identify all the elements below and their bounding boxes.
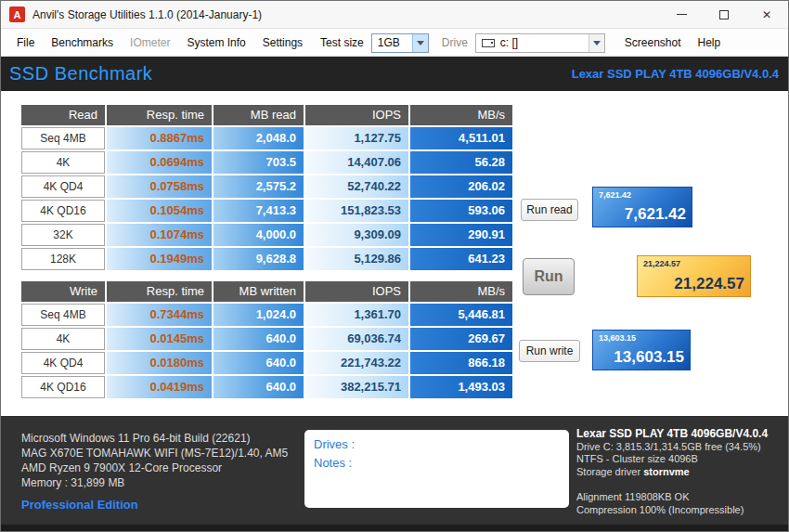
resp-time-cell: 0.0694ms xyxy=(107,151,212,174)
chevron-down-icon xyxy=(417,41,424,45)
row-label: Seq 4MB xyxy=(21,304,105,326)
write-header-mb: MB written xyxy=(213,281,304,302)
page-title: SSD Benchmark xyxy=(9,63,152,84)
write-header-row: Write Resp. time MB written IOPS MB/s xyxy=(21,281,512,302)
resp-time-cell: 0.1074ms xyxy=(107,224,212,246)
run-write-button[interactable]: Run write xyxy=(519,340,580,362)
table-row: 4K QD16 0.1054ms 7,413.3 151,823.53 593.… xyxy=(21,200,512,222)
test-size-value: 1GB xyxy=(372,36,412,49)
mb-written-cell: 640.0 xyxy=(213,376,304,398)
read-table: Read Resp. time MB read IOPS MB/s Seq 4M… xyxy=(21,105,512,272)
maximize-button[interactable] xyxy=(703,1,745,28)
drive-dropdown-button[interactable] xyxy=(589,34,604,52)
menu-benchmarks[interactable]: Benchmarks xyxy=(43,32,122,54)
window-title: Anvil's Storage Utilities 1.1.0 (2014-Ja… xyxy=(32,8,262,21)
read-header-mb: MB read xyxy=(213,105,304,125)
row-label: 32K xyxy=(21,224,105,246)
resp-time-cell: 0.0419ms xyxy=(107,376,212,398)
iops-cell: 69,036.74 xyxy=(305,328,408,350)
read-header-label: Read xyxy=(21,105,105,125)
write-header-mbs: MB/s xyxy=(410,281,512,302)
storage-driver-line: Storage driver stornvme xyxy=(576,466,768,479)
write-header-iops: IOPS xyxy=(305,281,408,302)
write-table: Write Resp. time MB written IOPS MB/s Se… xyxy=(21,281,512,400)
resp-time-cell: 0.0145ms xyxy=(107,328,212,350)
mb-read-cell: 2,575.2 xyxy=(213,175,304,198)
maximize-icon xyxy=(719,10,729,19)
mb-read-cell: 2,048.0 xyxy=(213,127,304,149)
menu-help[interactable]: Help xyxy=(690,32,730,54)
row-label: 4K QD4 xyxy=(21,352,105,374)
chevron-down-icon xyxy=(593,41,601,45)
resp-time-cell: 0.0180ms xyxy=(107,352,212,374)
test-size-dropdown-button[interactable] xyxy=(412,34,428,52)
menu-file[interactable]: File xyxy=(8,32,43,54)
mbs-cell: 866.18 xyxy=(410,352,512,374)
drive-icon xyxy=(482,39,495,47)
resp-time-cell: 0.8867ms xyxy=(107,127,212,149)
row-label: 4K xyxy=(21,328,105,350)
iops-cell: 382,215.71 xyxy=(305,376,408,398)
iops-cell: 221,743.22 xyxy=(305,352,408,374)
read-score-value: 7,621.42 xyxy=(599,205,686,224)
total-score-small: 21,224.57 xyxy=(643,259,744,268)
iops-cell: 9,309.09 xyxy=(305,224,408,246)
minimize-button[interactable] xyxy=(660,1,703,28)
drive-capacity-info: Drive C: 3,815.3/1,314.5GB free (34.5%) xyxy=(576,441,768,454)
resp-time-cell: 0.0758ms xyxy=(107,175,212,198)
motherboard-info: MAG X670E TOMAHAWK WIFI (MS-7E12)/1.40, … xyxy=(21,446,288,461)
drives-notes-box[interactable]: Drives : Notes : xyxy=(304,430,569,508)
mb-written-cell: 640.0 xyxy=(213,328,304,350)
mb-read-cell: 9,628.8 xyxy=(213,248,304,270)
app-icon: A xyxy=(9,6,25,22)
table-row: 4K 0.0694ms 703.5 14,407.06 56.28 xyxy=(21,151,512,174)
test-size-label: Test size xyxy=(311,32,368,54)
footer-bottom-strip xyxy=(1,525,788,532)
title-bar: A Anvil's Storage Utilities 1.1.0 (2014-… xyxy=(1,1,788,29)
drive-value: c: [] xyxy=(495,36,589,49)
header-band: SSD Benchmark Lexar SSD PLAY 4TB 4096GB/… xyxy=(1,57,788,91)
table-row: 4K QD4 0.0758ms 2,575.2 52,740.22 206.02 xyxy=(21,175,512,198)
mb-written-cell: 640.0 xyxy=(213,352,304,374)
total-score-box: 21,224.57 21,224.57 xyxy=(637,255,751,297)
menu-settings[interactable]: Settings xyxy=(254,32,311,54)
mbs-cell: 593.06 xyxy=(410,200,512,222)
os-info: Microsoft Windows 11 Pro 64-bit Build (2… xyxy=(21,431,288,446)
cpu-info: AMD Ryzen 9 7900X 12-Core Processor xyxy=(21,461,288,475)
write-score-box: 13,603.15 13,603.15 xyxy=(592,330,691,370)
compression-info: Compression 100% (Incompressible) xyxy=(576,504,768,517)
notes-label: Notes : xyxy=(314,454,560,473)
table-row: Seq 4MB 0.7344ms 1,024.0 1,361.70 5,446.… xyxy=(21,304,512,326)
iops-cell: 5,129.86 xyxy=(305,248,408,270)
write-score-small: 13,603.15 xyxy=(599,333,684,343)
table-row: 4K QD4 0.0180ms 640.0 221,743.22 866.18 xyxy=(21,352,512,374)
menu-system-info[interactable]: System Info xyxy=(178,32,253,54)
read-header-resp: Resp. time xyxy=(107,105,212,125)
storage-driver-value: stornvme xyxy=(643,466,690,477)
system-info-block: Microsoft Windows 11 Pro 64-bit Build (2… xyxy=(21,431,288,490)
row-label: 4K QD16 xyxy=(21,200,105,222)
iops-cell: 14,407.06 xyxy=(305,151,408,174)
close-button[interactable]: ✕ xyxy=(745,1,788,28)
table-row: 32K 0.1074ms 4,000.0 9,309.09 290.91 xyxy=(21,224,512,246)
table-row: 4K QD16 0.0419ms 640.0 382,215.71 1,493.… xyxy=(21,376,512,398)
table-row: Seq 4MB 0.8867ms 2,048.0 1,127.75 4,511.… xyxy=(21,127,512,149)
mbs-cell: 56.28 xyxy=(410,151,512,174)
run-read-button[interactable]: Run read xyxy=(521,199,578,221)
test-size-select[interactable]: 1GB xyxy=(371,33,429,53)
menu-screenshot[interactable]: Screenshot xyxy=(616,32,690,54)
iops-cell: 1,361.70 xyxy=(305,304,408,326)
read-header-row: Read Resp. time MB read IOPS MB/s xyxy=(21,105,512,125)
storage-driver-label: Storage driver xyxy=(576,466,640,477)
write-score-value: 13,603.15 xyxy=(599,348,684,367)
window-controls: ✕ xyxy=(660,1,788,28)
drive-select[interactable]: c: [] xyxy=(475,33,605,53)
iops-cell: 151,823.53 xyxy=(305,200,408,222)
write-header-resp: Resp. time xyxy=(107,281,212,302)
run-button[interactable]: Run xyxy=(523,258,575,295)
resp-time-cell: 0.7344ms xyxy=(107,304,212,326)
alignment-info: Alignment 119808KB OK xyxy=(576,491,768,504)
app-window: A Anvil's Storage Utilities 1.1.0 (2014-… xyxy=(0,0,789,532)
device-name: Lexar SSD PLAY 4TB 4096GB/V4.0.4 xyxy=(572,67,779,81)
device-title: Lexar SSD PLAY 4TB 4096GB/V4.0.4 xyxy=(576,428,768,441)
